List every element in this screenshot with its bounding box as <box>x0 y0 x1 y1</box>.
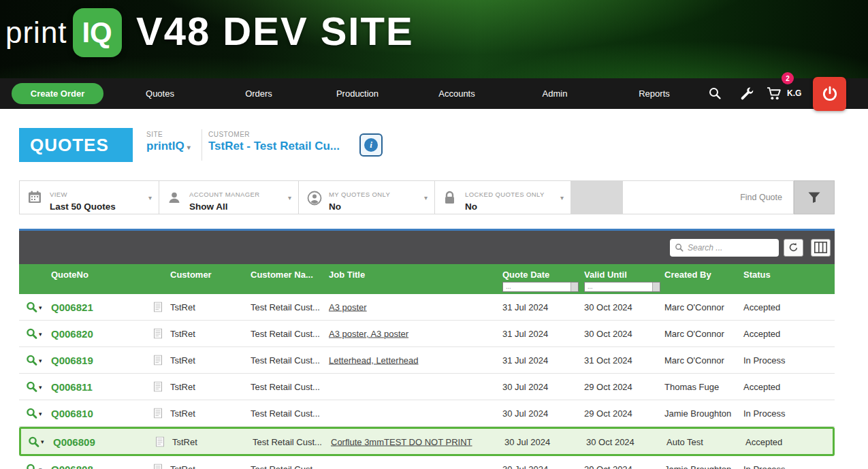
valid-until-filter-input[interactable]: ... <box>584 282 660 292</box>
person-icon <box>167 191 181 207</box>
tools-wrench-icon[interactable] <box>740 86 754 103</box>
nav-item-quotes[interactable]: Quotes <box>123 78 197 109</box>
job-title-link[interactable]: A3 poster, A3 poster <box>329 329 408 339</box>
table-row[interactable]: ▾ Q006821 TstRet Test Retail Cust... A3 … <box>19 294 835 321</box>
customer-doc-icon[interactable] <box>154 464 162 469</box>
created-by: Marc O'Connor <box>664 329 724 339</box>
quote-number-link[interactable]: Q006810 <box>51 408 93 419</box>
refresh-button[interactable] <box>784 239 803 257</box>
column-header-created-by[interactable]: Created By <box>664 270 711 280</box>
column-header-customer[interactable]: Customer <box>170 270 212 280</box>
customer-doc-icon[interactable] <box>154 382 162 392</box>
account-manager-dropdown[interactable]: ACCOUNT MANAGERShow All ▾ <box>159 180 299 214</box>
column-header-quoteno[interactable]: QuoteNo <box>51 270 89 280</box>
nav-item-accounts[interactable]: Accounts <box>419 78 494 109</box>
column-header-quote-date[interactable]: Quote Date <box>502 270 549 280</box>
printiq-logo[interactable]: print IQ <box>5 8 122 57</box>
row-zoom-button[interactable]: ▾ <box>26 328 42 340</box>
quote-number-link[interactable]: Q006819 <box>51 355 93 366</box>
refresh-icon <box>788 242 799 253</box>
row-zoom-button[interactable]: ▾ <box>26 408 42 419</box>
locked-quotes-only-dropdown[interactable]: LOCKED QUOTES ONLYNo ▾ <box>435 180 571 214</box>
search-icon[interactable] <box>708 86 722 103</box>
table-row[interactable]: ▾ Q006819 TstRet Test Retail Cust... Let… <box>19 347 835 374</box>
logout-button[interactable] <box>813 77 846 111</box>
my-quotes-only-dropdown[interactable]: MY QUOTES ONLYNo ▾ <box>299 180 435 214</box>
view-filter-label: VIEW <box>50 191 67 198</box>
grid-toolbar <box>19 231 835 264</box>
chevron-down-icon: ▾ <box>39 357 42 363</box>
customer-name: Test Retail Cust... <box>251 464 320 469</box>
customer-code: TstRet <box>170 302 195 312</box>
main-nav: Create Order Quotes Orders Production Ac… <box>0 78 868 109</box>
locked-quotes-only-value: No <box>465 201 545 212</box>
quote-date: 31 Jul 2024 <box>502 302 548 312</box>
create-order-button[interactable]: Create Order <box>12 83 103 104</box>
job-title-link[interactable]: A3 poster <box>329 302 367 312</box>
quote-date: 31 Jul 2024 <box>502 329 548 339</box>
valid-until: 29 Oct 2024 <box>584 408 632 419</box>
column-header-customer-name[interactable]: Customer Na... <box>251 270 313 280</box>
grid-header: QuoteNo Customer Customer Na... Job Titl… <box>19 264 835 294</box>
table-row[interactable]: ▾ Q006808 TstRet Test Retail Cust... 30 … <box>19 456 835 469</box>
status: Accepted <box>743 302 780 312</box>
quote-number-link[interactable]: Q006821 <box>51 302 93 313</box>
row-zoom-button[interactable]: ▾ <box>26 464 42 469</box>
power-icon <box>821 85 839 103</box>
table-row[interactable]: ▾ Q006811 TstRet Test Retail Cust... 30 … <box>19 374 835 400</box>
job-title-link[interactable]: Corflute 3mmTEST DO NOT PRINT <box>331 436 472 447</box>
view-filter-dropdown[interactable]: VIEWLast 50 Quotes ▾ <box>19 180 159 214</box>
view-filter-value: Last 50 Quotes <box>50 201 116 212</box>
table-row[interactable]: ▾ Q006810 TstRet Test Retail Cust... 30 … <box>19 400 835 427</box>
grid-search-box[interactable] <box>670 239 779 257</box>
customer-doc-icon[interactable] <box>154 408 162 419</box>
table-row[interactable]: ▾ Q006820 TstRet Test Retail Cust... A3 … <box>19 321 835 347</box>
quote-number-link[interactable]: Q006820 <box>51 328 93 340</box>
customer-name: Test Retail Cust... <box>251 355 320 366</box>
column-header-status[interactable]: Status <box>743 270 771 280</box>
quote-number-link[interactable]: Q006811 <box>51 381 93 393</box>
status: In Process <box>743 464 785 469</box>
filter-spacer <box>571 180 623 214</box>
row-zoom-button[interactable]: ▾ <box>26 355 42 366</box>
nav-item-admin[interactable]: Admin <box>517 78 592 109</box>
quote-date: 30 Jul 2024 <box>504 436 550 447</box>
row-zoom-button[interactable]: ▾ <box>26 381 42 393</box>
column-picker-button[interactable] <box>811 239 831 257</box>
divider <box>202 129 202 161</box>
info-icon: i <box>364 138 378 152</box>
job-title-link[interactable]: Letterhead, Letterhead <box>329 355 419 366</box>
quote-number-link[interactable]: Q006808 <box>51 464 93 469</box>
find-quote-input[interactable]: Find Quote <box>623 180 794 214</box>
site-dropdown[interactable]: SITE printIQ▾ <box>146 131 191 153</box>
customer-doc-icon[interactable] <box>154 329 162 339</box>
top-banner: print IQ V48 DEV SITE <box>0 0 868 78</box>
table-row[interactable]: ▾ Q006809 TstRet Test Retail Cust... Cor… <box>19 427 835 456</box>
magnifier-icon <box>26 355 37 366</box>
customer-doc-icon[interactable] <box>154 355 162 366</box>
customer-code: TstRet <box>170 408 195 419</box>
customer-info-button[interactable]: i <box>359 133 383 157</box>
customer-name: Test Retail Cust... <box>251 382 320 392</box>
cart-icon[interactable] <box>767 86 782 103</box>
chevron-down-icon: ▾ <box>560 194 564 201</box>
row-zoom-button[interactable]: ▾ <box>28 436 44 447</box>
nav-item-production[interactable]: Production <box>320 78 395 109</box>
nav-item-reports[interactable]: Reports <box>617 78 692 109</box>
row-zoom-button[interactable]: ▾ <box>26 302 42 313</box>
page-title: QUOTES <box>19 128 133 162</box>
quote-date-filter-input[interactable]: ... <box>502 282 579 292</box>
customer-doc-icon[interactable] <box>154 302 162 312</box>
filter-funnel-button[interactable] <box>794 180 835 214</box>
quote-number-link[interactable]: Q006809 <box>53 436 95 447</box>
customer-code: TstRet <box>170 464 195 469</box>
customer-dropdown[interactable]: CUSTOMER TstRet - Test Retail Cu... <box>208 131 340 153</box>
quote-date: 30 Jul 2024 <box>502 382 548 392</box>
column-header-valid-until[interactable]: Valid Until <box>584 270 627 280</box>
grid-search-input[interactable] <box>688 243 769 253</box>
customer-doc-icon[interactable] <box>156 436 164 447</box>
lock-icon <box>443 191 456 208</box>
columns-icon <box>814 242 827 253</box>
nav-item-orders[interactable]: Orders <box>221 78 296 109</box>
column-header-job-title[interactable]: Job Title <box>329 270 365 280</box>
